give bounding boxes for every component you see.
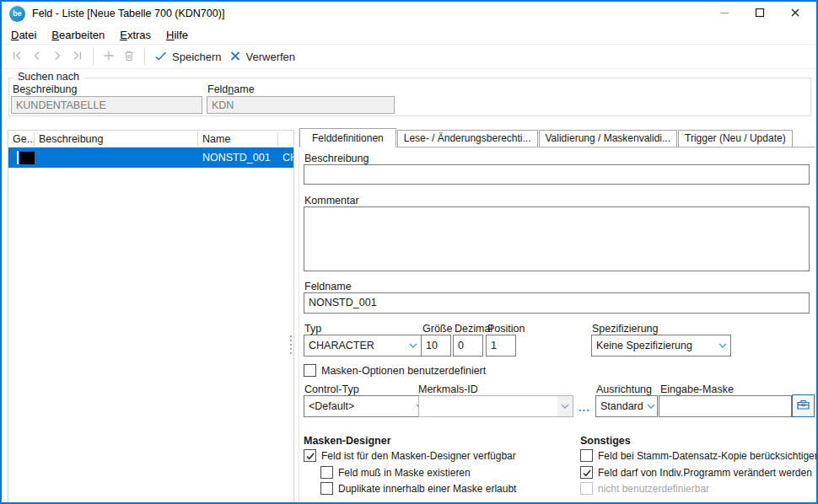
eingabe-maske-picker-button[interactable] [792,394,815,417]
duplikate-erlaubt-checkbox[interactable]: Duplikate innerhalb einer Maske erlaubt [320,482,516,495]
indiv-programm-checkbox[interactable]: Feld darf von Indiv.Programm verändert w… [580,466,812,479]
merkmals-id-label: Merkmals-ID [418,383,478,395]
delete-record-button[interactable] [119,46,139,67]
tab-validierung[interactable]: Validierung / Maskenvalidi... [539,130,678,147]
feld-muss-existieren-checkbox[interactable]: Feld muß in Maske existieren [320,466,471,479]
dezimal-input[interactable]: 0 [453,335,483,357]
beschreibung-search-input[interactable]: KUNDENTABELLE [11,96,202,114]
ge-cell [8,147,35,168]
first-record-button[interactable] [7,46,27,67]
redacted-cell-content [19,152,35,164]
chevron-down-icon [406,335,421,356]
masken-optionen-checkbox[interactable]: Masken-Optionen benutzerdefiniert [304,364,486,377]
close-button[interactable] [778,2,813,25]
search-group-label: Suchen nach [13,71,83,83]
menu-extras[interactable]: Extras [112,27,159,43]
masken-optionen-label: Masken-Optionen benutzerdefiniert [321,365,486,377]
trash-icon [122,49,136,65]
chevron-down-icon [557,396,573,416]
column-header-beschreibung[interactable]: Beschreibung [35,132,198,146]
chevron-down-icon [644,396,657,416]
kommentar-label: Kommentar [304,195,359,206]
feldname-input[interactable]: NONSTD_001 [304,292,810,314]
toolbar-separator [144,48,145,65]
save-button[interactable]: Speichern [150,46,225,67]
chevron-down-icon [715,335,730,356]
titlebar: be Feld - Liste [Neue Tabelle 700 (KDN70… [2,2,816,25]
feldname-label: Feldname [304,281,352,292]
discard-label: Verwerfen [246,51,296,63]
stamm-datensatz-kopie-checkbox[interactable]: Feld bei Stamm-Datensatz-Kopie berücksic… [580,449,818,462]
next-record-icon [51,49,64,65]
checkbox-box [580,466,593,479]
checkbox-box [320,482,333,495]
groesse-input[interactable]: 10 [421,335,451,357]
briefcase-icon [796,398,810,414]
last-record-button[interactable] [67,46,88,67]
detail-panel: Felddefinitionen Lese- / Änderungsberech… [299,128,815,504]
feldname-search-input[interactable]: KDN [207,96,395,114]
minimize-button[interactable] [707,2,742,25]
sonstiges-heading: Sonstiges [580,435,631,447]
maximize-button[interactable] [742,2,778,25]
toolbar: Speichern Verwerfen [2,44,816,69]
groesse-label: Größe [422,323,452,335]
position-input[interactable]: 1 [486,335,516,357]
x-icon [229,49,242,65]
add-record-button[interactable] [99,46,119,67]
previous-record-button[interactable] [27,46,47,67]
spezifizierung-select[interactable]: Keine Spezifizierung [591,335,731,357]
ausrichtung-select[interactable]: Standard [595,395,658,417]
table-row[interactable]: NONSTD_001 CHARACTER [8,147,293,168]
typ-cell: CHARACTER [278,147,293,168]
column-header-ge[interactable]: Ge... [8,132,35,146]
window-title: Feld - Liste [Neue Tabelle 700 (KDN700)] [32,8,224,19]
splitter-handle[interactable] [288,335,294,359]
checkmark-icon [153,49,168,65]
maximize-icon [755,8,765,20]
kommentar-textarea[interactable] [304,206,810,271]
menu-hilfe[interactable]: Hilfe [159,27,196,43]
beschreibung-input[interactable] [304,164,810,185]
feld-verfuegbar-checkbox[interactable]: Feld ist für den Masken-Designer verfügb… [304,449,516,462]
merkmals-id-select[interactable] [418,395,573,417]
app-window: be Feld - Liste [Neue Tabelle 700 (KDN70… [0,0,818,504]
tabstrip: Felddefinitionen Lese- / Änderungsberech… [299,128,815,147]
list-header: Ge... Beschreibung Name [8,131,293,147]
save-label: Speichern [172,51,222,63]
checkbox-box [580,449,593,462]
nicht-benutzerdefinierbar-checkbox[interactable]: nicht benutzerdefinierbar [580,482,709,495]
window-controls [707,2,813,25]
beschreibung-search-label: Beschreibung [13,83,77,95]
close-icon [790,8,800,20]
checkbox-box [580,482,593,495]
control-typ-label: Control-Typ [304,383,359,395]
discard-button[interactable]: Verwerfen [225,46,299,67]
column-header-name[interactable]: Name [198,132,278,146]
ausrichtung-label: Ausrichtung [596,383,652,395]
feldname-search-label: Feldname [207,83,255,95]
checkbox-box [304,364,316,377]
text-caret [17,151,19,164]
next-record-button[interactable] [47,46,67,67]
column-header-extra[interactable] [278,132,293,146]
tab-lese-aenderungsberechtigung[interactable]: Lese- / Änderungsberechti... [397,130,538,147]
field-list: Ge... Beschreibung Name NONSTD_001 CHARA… [8,130,294,504]
merkmals-id-more-button[interactable]: ... [579,401,590,414]
minimize-icon [719,8,729,20]
app-icon: be [9,6,25,22]
menu-datei[interactable]: Datei [3,27,44,43]
last-record-icon [71,49,84,65]
eingabe-maske-label: Eingabe-Maske [660,383,734,395]
previous-record-icon [30,49,44,65]
name-cell: NONSTD_001 [198,147,278,168]
tab-trigger[interactable]: Trigger (Neu / Update) [678,130,793,147]
eingabe-maske-input[interactable] [659,395,792,417]
menu-bearbeiten[interactable]: Bearbeiten [44,27,112,43]
typ-label: Typ [304,323,321,335]
typ-select[interactable]: CHARACTER [304,335,422,357]
first-record-icon [10,49,24,65]
control-typ-select[interactable]: <Default> [304,395,428,417]
tab-felddefinitionen[interactable]: Felddefinitionen [299,128,396,147]
beschreibung-cell [35,147,198,168]
